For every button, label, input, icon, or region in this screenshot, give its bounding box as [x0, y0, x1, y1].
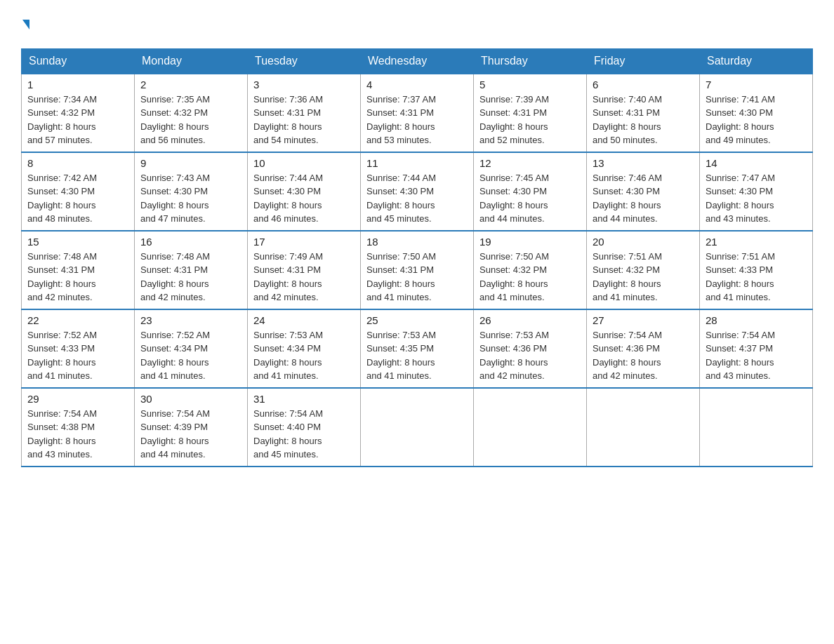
day-info: Sunrise: 7:54 AMSunset: 4:39 PMDaylight:…: [140, 407, 241, 462]
day-number: 8: [27, 157, 128, 169]
day-info: Sunrise: 7:52 AMSunset: 4:34 PMDaylight:…: [140, 328, 241, 383]
day-number: 9: [140, 157, 241, 169]
calendar-cell: 15Sunrise: 7:48 AMSunset: 4:31 PMDayligh…: [22, 231, 135, 309]
calendar-cell: [474, 388, 587, 467]
day-number: 4: [366, 79, 468, 90]
calendar-cell: 9Sunrise: 7:43 AMSunset: 4:30 PMDaylight…: [135, 152, 248, 231]
calendar-cell: 16Sunrise: 7:48 AMSunset: 4:31 PMDayligh…: [135, 231, 248, 309]
day-number: 23: [140, 314, 241, 326]
day-info: Sunrise: 7:53 AMSunset: 4:36 PMDaylight:…: [479, 328, 581, 383]
col-header-thursday: Thursday: [474, 48, 587, 74]
day-info: Sunrise: 7:42 AMSunset: 4:30 PMDaylight:…: [27, 171, 128, 226]
calendar-week-row: 22Sunrise: 7:52 AMSunset: 4:33 PMDayligh…: [22, 309, 813, 388]
day-info: Sunrise: 7:39 AMSunset: 4:31 PMDaylight:…: [479, 93, 581, 147]
day-info: Sunrise: 7:43 AMSunset: 4:30 PMDaylight:…: [140, 171, 241, 226]
logo: [21, 14, 29, 36]
day-info: Sunrise: 7:47 AMSunset: 4:30 PMDaylight:…: [706, 171, 807, 226]
day-info: Sunrise: 7:54 AMSunset: 4:37 PMDaylight:…: [706, 328, 807, 383]
calendar-week-row: 8Sunrise: 7:42 AMSunset: 4:30 PMDaylight…: [22, 152, 813, 231]
day-info: Sunrise: 7:48 AMSunset: 4:31 PMDaylight:…: [27, 250, 128, 304]
calendar-cell: 28Sunrise: 7:54 AMSunset: 4:37 PMDayligh…: [700, 309, 813, 388]
calendar-cell: 3Sunrise: 7:36 AMSunset: 4:31 PMDaylight…: [248, 74, 361, 152]
day-number: 13: [593, 157, 694, 169]
calendar-cell: [700, 388, 813, 467]
calendar-cell: 24Sunrise: 7:53 AMSunset: 4:34 PMDayligh…: [248, 309, 361, 388]
calendar-cell: 4Sunrise: 7:37 AMSunset: 4:31 PMDaylight…: [361, 74, 474, 152]
day-number: 29: [27, 393, 128, 405]
calendar-cell: 25Sunrise: 7:53 AMSunset: 4:35 PMDayligh…: [361, 309, 474, 388]
day-number: 31: [253, 393, 355, 405]
calendar-cell: 21Sunrise: 7:51 AMSunset: 4:33 PMDayligh…: [700, 231, 813, 309]
calendar-cell: 23Sunrise: 7:52 AMSunset: 4:34 PMDayligh…: [135, 309, 248, 388]
day-number: 6: [593, 79, 694, 90]
day-number: 16: [140, 236, 241, 248]
day-number: 15: [27, 236, 128, 248]
calendar-cell: 1Sunrise: 7:34 AMSunset: 4:32 PMDaylight…: [22, 74, 135, 152]
calendar-cell: 8Sunrise: 7:42 AMSunset: 4:30 PMDaylight…: [22, 152, 135, 231]
day-info: Sunrise: 7:53 AMSunset: 4:34 PMDaylight:…: [253, 328, 355, 383]
calendar-week-row: 15Sunrise: 7:48 AMSunset: 4:31 PMDayligh…: [22, 231, 813, 309]
day-number: 5: [479, 79, 581, 90]
day-info: Sunrise: 7:34 AMSunset: 4:32 PMDaylight:…: [27, 93, 128, 147]
day-info: Sunrise: 7:45 AMSunset: 4:30 PMDaylight:…: [479, 171, 581, 226]
calendar-cell: 31Sunrise: 7:54 AMSunset: 4:40 PMDayligh…: [248, 388, 361, 467]
calendar-cell: 30Sunrise: 7:54 AMSunset: 4:39 PMDayligh…: [135, 388, 248, 467]
calendar-cell: 12Sunrise: 7:45 AMSunset: 4:30 PMDayligh…: [474, 152, 587, 231]
calendar-cell: 29Sunrise: 7:54 AMSunset: 4:38 PMDayligh…: [22, 388, 135, 467]
day-info: Sunrise: 7:54 AMSunset: 4:38 PMDaylight:…: [27, 407, 128, 462]
day-number: 24: [253, 314, 355, 326]
day-info: Sunrise: 7:35 AMSunset: 4:32 PMDaylight:…: [140, 93, 241, 147]
day-info: Sunrise: 7:46 AMSunset: 4:30 PMDaylight:…: [593, 171, 694, 226]
day-info: Sunrise: 7:51 AMSunset: 4:33 PMDaylight:…: [706, 250, 807, 304]
calendar-cell: 19Sunrise: 7:50 AMSunset: 4:32 PMDayligh…: [474, 231, 587, 309]
day-info: Sunrise: 7:44 AMSunset: 4:30 PMDaylight:…: [253, 171, 355, 226]
calendar-cell: 13Sunrise: 7:46 AMSunset: 4:30 PMDayligh…: [587, 152, 700, 231]
col-header-friday: Friday: [587, 48, 700, 74]
day-number: 11: [366, 157, 468, 169]
calendar-week-row: 29Sunrise: 7:54 AMSunset: 4:38 PMDayligh…: [22, 388, 813, 467]
day-number: 21: [706, 236, 807, 248]
day-number: 22: [27, 314, 128, 326]
day-info: Sunrise: 7:50 AMSunset: 4:31 PMDaylight:…: [366, 250, 468, 304]
logo-general: [21, 14, 29, 36]
calendar-week-row: 1Sunrise: 7:34 AMSunset: 4:32 PMDaylight…: [22, 74, 813, 152]
day-info: Sunrise: 7:53 AMSunset: 4:35 PMDaylight:…: [366, 328, 468, 383]
day-info: Sunrise: 7:37 AMSunset: 4:31 PMDaylight:…: [366, 93, 468, 147]
day-info: Sunrise: 7:50 AMSunset: 4:32 PMDaylight:…: [479, 250, 581, 304]
logo-arrow-icon: [22, 20, 29, 29]
calendar-header-row: SundayMondayTuesdayWednesdayThursdayFrid…: [22, 48, 813, 74]
col-header-sunday: Sunday: [22, 48, 135, 74]
calendar-cell: [361, 388, 474, 467]
day-info: Sunrise: 7:52 AMSunset: 4:33 PMDaylight:…: [27, 328, 128, 383]
calendar-cell: 11Sunrise: 7:44 AMSunset: 4:30 PMDayligh…: [361, 152, 474, 231]
calendar-cell: 6Sunrise: 7:40 AMSunset: 4:31 PMDaylight…: [587, 74, 700, 152]
day-number: 18: [366, 236, 468, 248]
day-info: Sunrise: 7:49 AMSunset: 4:31 PMDaylight:…: [253, 250, 355, 304]
day-info: Sunrise: 7:41 AMSunset: 4:30 PMDaylight:…: [706, 93, 807, 147]
day-number: 17: [253, 236, 355, 248]
day-number: 12: [479, 157, 581, 169]
day-info: Sunrise: 7:54 AMSunset: 4:36 PMDaylight:…: [593, 328, 694, 383]
day-info: Sunrise: 7:40 AMSunset: 4:31 PMDaylight:…: [593, 93, 694, 147]
calendar-cell: 5Sunrise: 7:39 AMSunset: 4:31 PMDaylight…: [474, 74, 587, 152]
day-info: Sunrise: 7:51 AMSunset: 4:32 PMDaylight:…: [593, 250, 694, 304]
day-number: 14: [706, 157, 807, 169]
col-header-tuesday: Tuesday: [248, 48, 361, 74]
col-header-saturday: Saturday: [700, 48, 813, 74]
day-number: 25: [366, 314, 468, 326]
day-info: Sunrise: 7:36 AMSunset: 4:31 PMDaylight:…: [253, 93, 355, 147]
day-info: Sunrise: 7:54 AMSunset: 4:40 PMDaylight:…: [253, 407, 355, 462]
day-number: 26: [479, 314, 581, 326]
calendar-cell: 14Sunrise: 7:47 AMSunset: 4:30 PMDayligh…: [700, 152, 813, 231]
day-number: 19: [479, 236, 581, 248]
day-number: 30: [140, 393, 241, 405]
calendar-cell: 7Sunrise: 7:41 AMSunset: 4:30 PMDaylight…: [700, 74, 813, 152]
calendar-cell: 27Sunrise: 7:54 AMSunset: 4:36 PMDayligh…: [587, 309, 700, 388]
calendar-table: SundayMondayTuesdayWednesdayThursdayFrid…: [21, 48, 813, 467]
calendar-cell: 18Sunrise: 7:50 AMSunset: 4:31 PMDayligh…: [361, 231, 474, 309]
page-header: [21, 14, 813, 36]
day-number: 28: [706, 314, 807, 326]
calendar-cell: 17Sunrise: 7:49 AMSunset: 4:31 PMDayligh…: [248, 231, 361, 309]
col-header-monday: Monday: [135, 48, 248, 74]
day-number: 10: [253, 157, 355, 169]
